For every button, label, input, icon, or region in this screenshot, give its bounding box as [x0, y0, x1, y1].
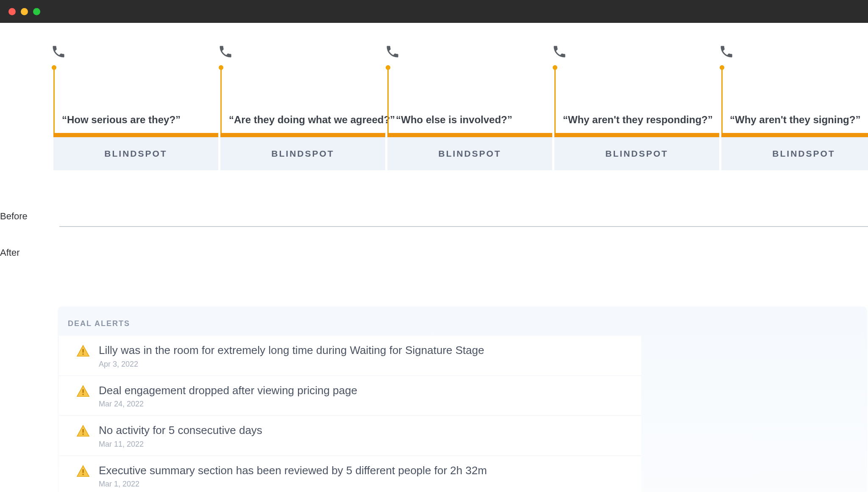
alert-title: Deal engagement dropped after viewing pr…: [99, 384, 629, 398]
svg-rect-1: [83, 354, 84, 355]
timeline-question: “Why aren't they responding?”: [563, 114, 713, 126]
phone-icon: [552, 44, 567, 61]
blindspot-label: BLINDSPOT: [104, 149, 167, 159]
window-titlebar: [0, 0, 868, 23]
blindspot-label-box: BLINDSPOT: [220, 137, 385, 170]
alert-title: Lilly was in the room for extremely long…: [99, 343, 629, 357]
phone-icon: [385, 44, 400, 61]
timeline-stem: [53, 65, 55, 133]
svg-rect-7: [83, 473, 84, 475]
alert-title: Executive summary section has been revie…: [99, 464, 629, 478]
warning-icon: [76, 344, 90, 360]
svg-rect-5: [83, 434, 84, 435]
alert-row[interactable]: Lilly was in the room for extremely long…: [59, 336, 641, 376]
timeline-bar: [721, 133, 868, 137]
timeline-question: “Why aren't they signing?”: [730, 114, 868, 126]
blindspot-label: BLINDSPOT: [772, 149, 835, 159]
svg-rect-6: [83, 469, 84, 473]
alert-date: Mar 24, 2022: [99, 400, 629, 409]
after-label: After: [0, 247, 19, 258]
deal-alerts-header: DEAL ALERTS: [58, 307, 867, 336]
timeline-stem: [554, 65, 556, 133]
timeline-stem: [721, 65, 723, 133]
timeline-stem: [387, 65, 389, 133]
timeline-stem: [220, 65, 222, 133]
before-label: Before: [0, 211, 28, 222]
timeline-question: “How serious are they?”: [62, 114, 212, 126]
svg-rect-3: [83, 393, 84, 395]
timeline-bar: [554, 133, 719, 137]
warning-icon: [76, 424, 90, 440]
svg-rect-4: [83, 429, 84, 433]
blindspot-label: BLINDSPOT: [271, 149, 334, 159]
svg-rect-2: [83, 389, 84, 393]
blindspot-label-box: BLINDSPOT: [721, 137, 868, 170]
window-minimize-button[interactable]: [21, 8, 28, 15]
warning-icon: [76, 384, 90, 401]
window-maximize-button[interactable]: [33, 8, 40, 15]
alert-date: Apr 3, 2022: [99, 360, 629, 369]
warning-icon: [76, 464, 90, 481]
timeline-question: “Who else is involved?”: [396, 114, 546, 126]
alert-row[interactable]: Deal engagement dropped after viewing pr…: [59, 376, 641, 416]
deal-alerts-list: Lilly was in the room for extremely long…: [59, 336, 641, 492]
blindspot-label-box: BLINDSPOT: [387, 137, 552, 170]
deal-alerts-card: DEAL ALERTS Lilly was in the room for ex…: [58, 307, 867, 492]
blindspot-timeline: “How serious are they?” BLINDSPOT “Are t…: [53, 44, 868, 196]
window-close-button[interactable]: [8, 8, 16, 15]
timeline-bar: [220, 133, 385, 137]
timeline-bar: [387, 133, 552, 137]
blindspot-label-box: BLINDSPOT: [554, 137, 719, 170]
alert-row[interactable]: No activity for 5 consecutive days Mar 1…: [59, 416, 641, 456]
alert-date: Mar 11, 2022: [99, 440, 629, 449]
phone-icon: [51, 44, 66, 61]
phone-icon: [218, 44, 233, 61]
timeline-bar: [53, 133, 218, 137]
timeline-question: “Are they doing what we agreed?”: [229, 114, 379, 126]
blindspot-label-box: BLINDSPOT: [53, 137, 218, 170]
alert-row[interactable]: Executive summary section has been revie…: [59, 456, 641, 492]
alert-date: Mar 1, 2022: [99, 480, 629, 489]
blindspot-label: BLINDSPOT: [605, 149, 668, 159]
phone-icon: [719, 44, 734, 61]
alert-title: No activity for 5 consecutive days: [99, 423, 629, 437]
main-content: “How serious are they?” BLINDSPOT “Are t…: [0, 23, 868, 492]
divider-line: [59, 226, 868, 227]
svg-rect-0: [83, 349, 84, 353]
before-after-divider: Before After: [0, 196, 868, 256]
blindspot-label: BLINDSPOT: [438, 149, 501, 159]
